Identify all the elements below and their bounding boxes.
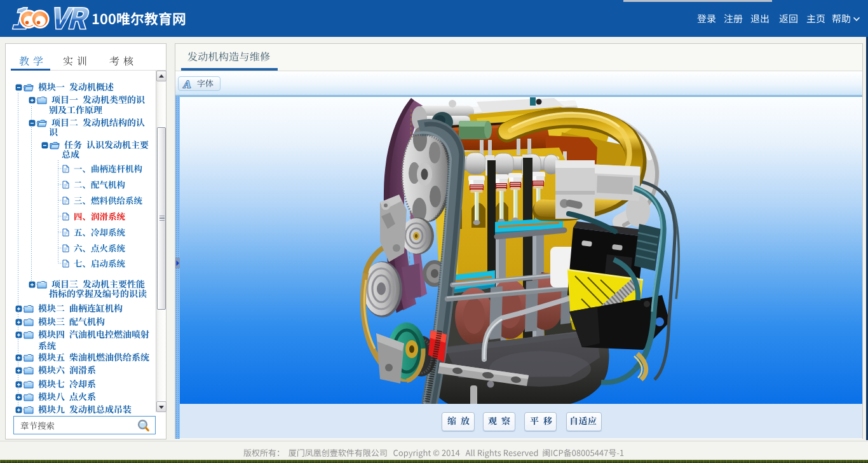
svg-text:A: A — [183, 78, 191, 90]
